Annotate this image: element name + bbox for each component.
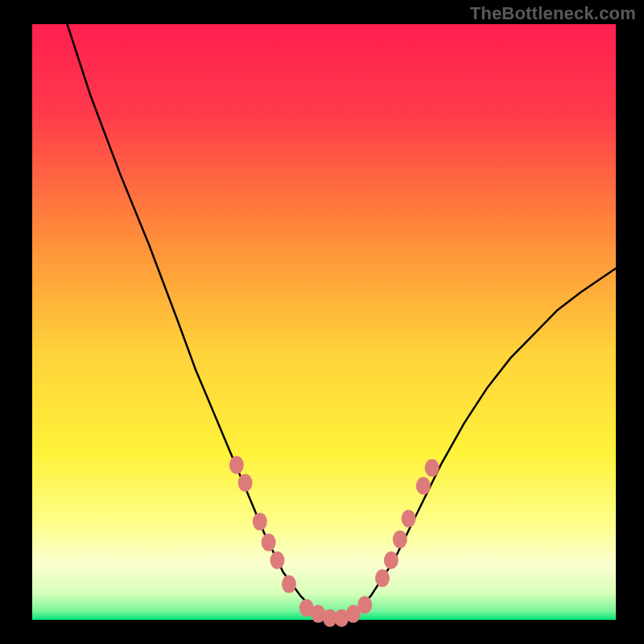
- highlight-dot: [253, 513, 267, 530]
- chart-stage: TheBottleneck.com: [0, 0, 644, 644]
- highlight-dot: [402, 510, 416, 527]
- watermark-text: TheBottleneck.com: [470, 3, 636, 24]
- highlight-dot: [375, 569, 390, 587]
- plot-background: [32, 24, 616, 620]
- highlight-dot: [416, 477, 431, 495]
- highlight-dot: [393, 530, 407, 548]
- highlight-dot: [282, 576, 296, 593]
- highlight-dot: [238, 474, 253, 492]
- highlight-dot: [229, 456, 244, 474]
- highlight-dot: [262, 534, 276, 551]
- bottleneck-chart: [0, 0, 644, 644]
- highlight-dot: [384, 551, 398, 569]
- highlight-dot: [425, 459, 440, 477]
- highlight-dot: [357, 597, 372, 614]
- highlight-dot: [270, 551, 285, 569]
